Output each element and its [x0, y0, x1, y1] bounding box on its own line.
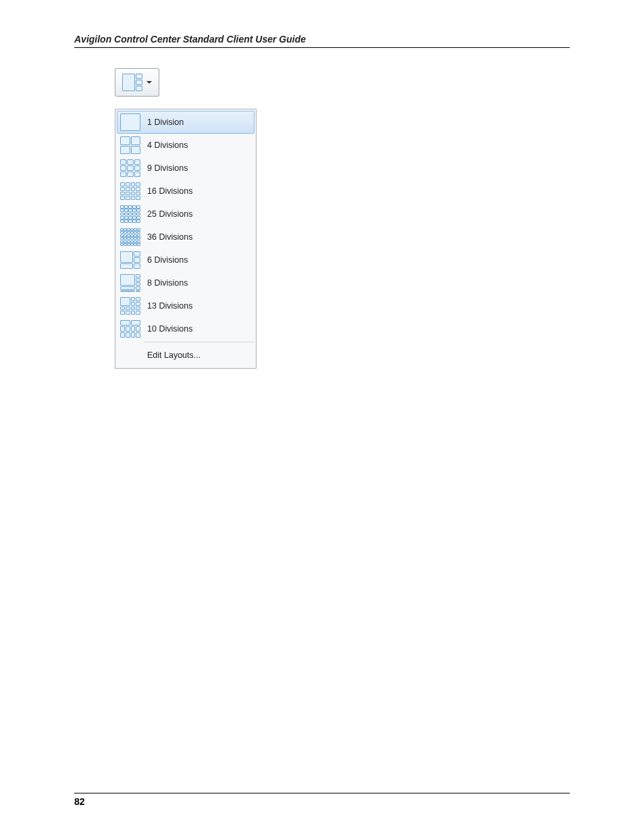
- layout-g13-icon: [120, 297, 140, 315]
- layout-option[interactable]: 9 Divisions: [117, 157, 254, 180]
- page-footer: 82: [74, 793, 570, 807]
- edit-layouts-label: Edit Layouts...: [147, 350, 200, 360]
- page-header: Avigilon Control Center Standard Client …: [74, 34, 570, 48]
- layout-option[interactable]: 1 Division: [117, 111, 254, 134]
- layout-option[interactable]: 8 Divisions: [117, 271, 254, 294]
- layout-g8-icon: [120, 274, 140, 292]
- layout-g16-icon: [120, 182, 140, 200]
- layout-option[interactable]: 6 Divisions: [117, 249, 254, 271]
- layout-option-label: 6 Divisions: [147, 255, 188, 265]
- layout-option-label: 16 Divisions: [147, 186, 192, 196]
- layout-g36-icon: [120, 228, 140, 246]
- layout-g10-icon: [120, 320, 140, 338]
- edit-layouts-option[interactable]: Edit Layouts...: [117, 344, 254, 367]
- blank-icon: [120, 346, 140, 364]
- layout-option-label: 25 Divisions: [147, 209, 192, 219]
- layout-g25-icon: [120, 205, 140, 223]
- layout-dropdown-button[interactable]: [115, 68, 159, 97]
- layout-option-label: 36 Divisions: [147, 232, 192, 242]
- layout-option-label: 1 Division: [147, 118, 184, 127]
- layout-option-label: 8 Divisions: [147, 278, 188, 288]
- document-page: Avigilon Control Center Standard Client …: [0, 0, 644, 834]
- screenshot-figure: 1 Division4 Divisions9 Divisions16 Divis…: [115, 68, 570, 369]
- chevron-down-icon: [146, 81, 152, 84]
- layout-g6-icon: [120, 251, 140, 269]
- layout-6-icon: [122, 74, 142, 91]
- layout-option[interactable]: 4 Divisions: [117, 134, 254, 157]
- layout-option-label: 9 Divisions: [147, 163, 188, 173]
- layout-g1-icon: [120, 113, 140, 131]
- layout-option-label: 10 Divisions: [147, 324, 192, 334]
- layout-option[interactable]: 16 Divisions: [117, 180, 254, 203]
- layout-option[interactable]: 36 Divisions: [117, 226, 254, 249]
- layout-option-label: 13 Divisions: [147, 301, 192, 311]
- layout-option[interactable]: 25 Divisions: [117, 203, 254, 226]
- layout-g4-icon: [120, 136, 140, 154]
- page-number: 82: [74, 796, 85, 807]
- menu-separator: [144, 342, 254, 342]
- layout-g9-icon: [120, 159, 140, 177]
- layout-option[interactable]: 10 Divisions: [117, 317, 254, 340]
- layout-dropdown-menu: 1 Division4 Divisions9 Divisions16 Divis…: [115, 109, 257, 369]
- layout-option-label: 4 Divisions: [147, 140, 188, 150]
- layout-option[interactable]: 13 Divisions: [117, 294, 254, 317]
